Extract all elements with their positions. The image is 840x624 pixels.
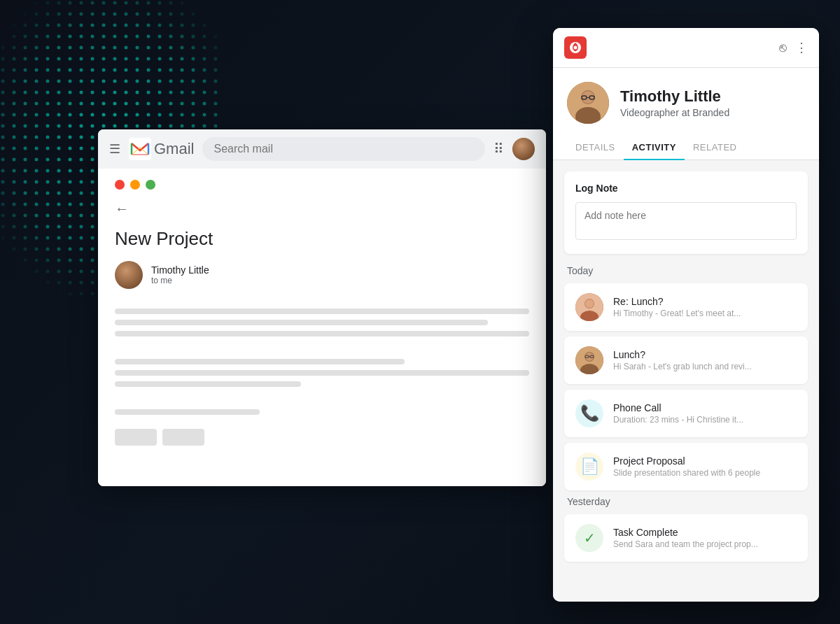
activity-phone-title: Phone Call: [613, 402, 797, 413]
maximize-window-btn[interactable]: [146, 180, 155, 190]
email-line-6: [115, 381, 301, 387]
sender-info: Timothy Little to me: [151, 264, 209, 285]
activity-re-lunch-title: Re: Lunch?: [613, 296, 797, 307]
gmail-grid-icon[interactable]: ⠿: [493, 141, 504, 157]
activity-item-task-complete[interactable]: ✓ Task Complete Send Sara and team the p…: [564, 514, 808, 562]
yesterday-section: Yesterday ✓ Task Complete Send Sara and …: [564, 496, 808, 562]
email-body-placeholder: [115, 303, 529, 420]
crm-header-icons: ⎋ ⋮: [779, 40, 808, 55]
email-line-5: [115, 370, 529, 376]
crm-logo: [564, 36, 587, 59]
email-tag-1: [115, 429, 157, 446]
activity-proposal-title: Project Proposal: [613, 455, 797, 467]
activity-item-lunch[interactable]: Lunch? Hi Sarah - Let's grab lunch and r…: [564, 336, 808, 384]
crm-activity-body: Log Note Today Re: Lunch? Hi Timothy - G…: [553, 160, 819, 602]
activity-item-project-proposal[interactable]: 📄 Project Proposal Slide presentation sh…: [564, 443, 808, 490]
activity-task-title: Task Complete: [613, 527, 797, 538]
gmail-back-button[interactable]: ←: [115, 201, 529, 217]
project-doc-icon: 📄: [575, 453, 603, 481]
tab-activity[interactable]: ACTIVITY: [624, 135, 685, 159]
gmail-app-name: Gmail: [154, 140, 194, 158]
email-sender-row: Timothy Little to me: [115, 261, 529, 289]
email-line-3: [115, 331, 529, 336]
gmail-user-avatar[interactable]: [512, 138, 535, 160]
phone-icon-glyph: 📞: [580, 404, 599, 423]
email-tag-2: [162, 429, 204, 446]
activity-lunch-info: Lunch? Hi Sarah - Let's grab lunch and r…: [613, 349, 797, 371]
close-window-btn[interactable]: [115, 180, 125, 190]
contact-avatar-image: [567, 82, 609, 124]
contact-avatar: [567, 82, 609, 124]
crm-panel: ⎋ ⋮ Timothy Little Videographer at Brand…: [553, 28, 819, 602]
gmail-logo: Gmail: [129, 138, 194, 160]
activity-task-info: Task Complete Send Sara and team the pro…: [613, 527, 797, 549]
contact-name: Timothy Little: [620, 87, 805, 106]
activity-proposal-subtitle: Slide presentation shared with 6 people: [613, 468, 797, 478]
svg-point-18: [585, 299, 594, 308]
hamburger-menu-icon[interactable]: ☰: [109, 141, 120, 157]
minimize-window-btn[interactable]: [130, 180, 140, 190]
tab-details[interactable]: DETAILS: [567, 135, 624, 159]
gmail-toolbar: ☰ Gmail ⠿: [98, 129, 546, 169]
external-link-icon[interactable]: ⎋: [779, 41, 787, 55]
activity-phone-info: Phone Call Duration: 23 mins - Hi Christ…: [613, 402, 797, 425]
email-line-4: [115, 359, 405, 364]
svg-point-7: [574, 46, 578, 50]
task-complete-icon: ✓: [575, 524, 603, 552]
activity-item-phone-call[interactable]: 📞 Phone Call Duration: 23 mins - Hi Chri…: [564, 390, 808, 437]
activity-re-lunch-subtitle: Hi Timothy - Great! Let's meet at...: [613, 309, 797, 318]
doc-icon-glyph: 📄: [580, 458, 599, 476]
sender-to-label: to me: [151, 276, 209, 285]
gmail-icons-right: ⠿: [493, 138, 535, 160]
activity-task-subtitle: Send Sara and team the project prop...: [613, 539, 797, 549]
gmail-window: ☰ Gmail ⠿ ←: [98, 129, 546, 486]
activity-lunch-subtitle: Hi Sarah - Let's grab lunch and revi...: [613, 362, 797, 371]
email-line-2: [115, 320, 488, 325]
log-note-card: Log Note: [564, 171, 808, 254]
log-note-input[interactable]: [575, 202, 797, 240]
activity-phone-subtitle: Duration: 23 mins - Hi Christine it...: [613, 415, 797, 425]
email-line-7: [115, 409, 260, 415]
contact-info: Timothy Little Videographer at Branded: [620, 87, 805, 118]
window-controls: [115, 180, 529, 190]
gmail-email-content: ← New Project Timothy Little to me: [98, 169, 546, 486]
check-icon-glyph: ✓: [584, 530, 596, 546]
contact-job-title: Videographer at Branded: [620, 107, 805, 118]
activity-avatar-woman: [575, 293, 603, 321]
sender-name: Timothy Little: [151, 264, 209, 276]
today-section-label: Today: [564, 265, 808, 276]
activity-lunch-title: Lunch?: [613, 349, 797, 360]
gmail-search-input[interactable]: [202, 137, 485, 161]
activity-proposal-info: Project Proposal Slide presentation shar…: [613, 455, 797, 478]
activity-avatar-man: [575, 346, 603, 374]
more-options-icon[interactable]: ⋮: [795, 40, 808, 55]
crm-tabs: DETAILS ACTIVITY RELATED: [553, 135, 819, 160]
email-subject: New Project: [115, 228, 529, 250]
email-tags: [115, 429, 529, 446]
gmail-logo-icon: [129, 138, 151, 160]
man-avatar-image: [575, 346, 603, 374]
phone-call-icon: 📞: [575, 399, 603, 427]
activity-re-lunch-info: Re: Lunch? Hi Timothy - Great! Let's mee…: [613, 296, 797, 318]
log-note-title: Log Note: [575, 183, 797, 194]
sender-avatar: [115, 261, 143, 289]
crm-logo-icon: [568, 41, 582, 55]
crm-contact-section: Timothy Little Videographer at Branded: [553, 68, 819, 135]
crm-panel-header: ⎋ ⋮: [553, 28, 819, 68]
yesterday-section-label: Yesterday: [564, 496, 808, 507]
activity-item-re-lunch[interactable]: Re: Lunch? Hi Timothy - Great! Let's mee…: [564, 283, 808, 331]
woman-avatar-image: [575, 293, 603, 321]
tab-related[interactable]: RELATED: [685, 135, 746, 159]
email-line-1: [115, 309, 529, 314]
